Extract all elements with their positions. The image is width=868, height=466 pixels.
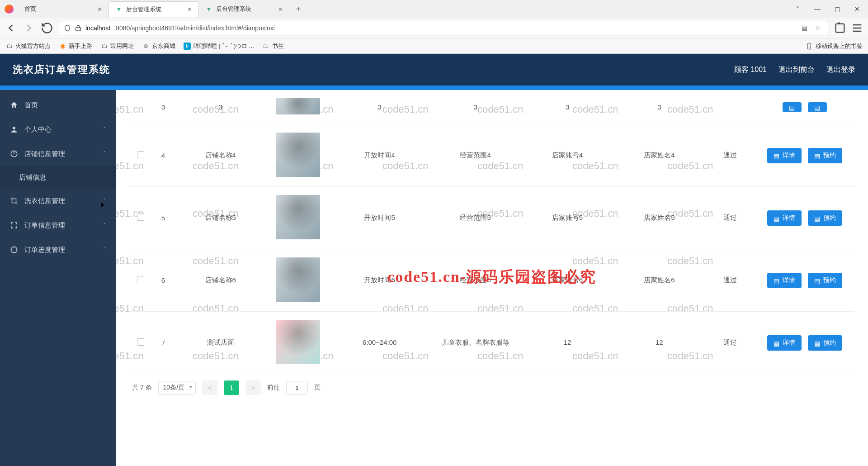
doc-icon: ▤	[774, 340, 780, 346]
firefox-icon: ◉	[59, 43, 66, 50]
app-title: 洗衣店订单管理系统	[13, 63, 110, 76]
target-icon	[10, 246, 18, 254]
lock-icon	[75, 24, 82, 32]
bilibili-icon: b	[184, 43, 191, 50]
doc-icon: ▤	[814, 277, 821, 284]
table-row: 7 测试店面 6:00~24:00 儿童衣服、名牌衣服等 12 12 通过 ▤详…	[129, 312, 854, 374]
sidebar-item-label: 订单进度管理	[24, 246, 65, 254]
row-checkbox[interactable]	[137, 151, 144, 158]
mobile-icon	[806, 43, 813, 50]
menu-icon[interactable]	[851, 22, 863, 34]
star-icon[interactable]: ☆	[815, 24, 823, 32]
exit-to-front-button[interactable]: 退出到前台	[778, 65, 815, 75]
power-icon	[10, 150, 18, 158]
bookmark-item[interactable]: b哔哩哔哩 ( ﾟ- ﾟ)つロ ...	[184, 42, 254, 50]
chevron-down-icon[interactable]: ˅	[793, 5, 802, 14]
logout-button[interactable]: 退出登录	[826, 65, 855, 75]
sidebar-item-profile[interactable]: 个人中心 ˅	[0, 117, 116, 142]
vue-icon: ▼	[205, 5, 212, 13]
reserve-button[interactable]: ▤预约	[808, 335, 842, 351]
extensions-icon[interactable]	[834, 22, 846, 34]
svg-point-3	[13, 127, 15, 129]
address-bar: localhost:8080/springboot4691l/admin/dis…	[0, 18, 868, 38]
shield-icon	[64, 24, 71, 32]
crop-icon	[10, 197, 18, 205]
reserve-button[interactable]: ▤	[808, 102, 827, 112]
maximize-icon[interactable]: ▢	[833, 5, 842, 14]
bookmark-item[interactable]: 🗀常用网址	[100, 42, 134, 50]
tab-label: 后台管理系统	[216, 5, 251, 13]
shop-image	[276, 257, 320, 302]
svg-rect-1	[836, 24, 844, 33]
next-page-button[interactable]: >	[245, 380, 261, 395]
qr-icon[interactable]: ▦	[802, 24, 810, 32]
prev-page-button[interactable]: <	[202, 380, 217, 395]
reserve-button[interactable]: ▤预约	[808, 210, 842, 226]
minimize-icon[interactable]: —	[813, 5, 822, 14]
bookmark-item[interactable]: 🗀火狐官方站点	[5, 42, 51, 50]
row-checkbox[interactable]	[137, 214, 144, 221]
sidebar-item-home[interactable]: 首页	[0, 93, 116, 117]
detail-button[interactable]: ▤详情	[767, 210, 802, 226]
pagination: 共 7 条 10条/页 < 1 > 前往 页	[129, 374, 854, 398]
row-checkbox[interactable]	[137, 276, 144, 283]
content-area: code51.cn code51.cn code51.cn code51.cn …	[116, 90, 868, 466]
sidebar-item-shop-info[interactable]: 店铺信息管理 ˄	[0, 142, 116, 166]
sidebar-item-order-info[interactable]: 订单信息管理 ˅	[0, 213, 116, 238]
sidebar-item-order-progress[interactable]: 订单进度管理 ˅	[0, 238, 116, 262]
detail-button[interactable]: ▤详情	[767, 335, 802, 351]
detail-button[interactable]: ▤	[783, 102, 802, 112]
shop-image	[276, 133, 320, 177]
chevron-down-icon: ˅	[103, 222, 106, 228]
user-icon	[10, 125, 18, 133]
shop-image	[276, 195, 320, 239]
home-icon	[10, 101, 18, 109]
shop-image	[276, 98, 320, 114]
browser-tab[interactable]: ▼ 后台管理系统 ✕	[199, 1, 289, 17]
table-row: 6 店铺名称6 开放时间6 经营范围6 店家账号6 店家姓名6 通过 ▤详情 ▤…	[129, 249, 854, 312]
bookmark-item[interactable]: ⊕京东商城	[142, 42, 175, 50]
page-size-select[interactable]: 10条/页	[158, 381, 196, 395]
sidebar-item-label: 洗衣信息管理	[24, 197, 65, 205]
sidebar-item-label: 店铺信息	[19, 173, 46, 182]
chevron-down-icon: ˅	[103, 126, 106, 133]
page-number[interactable]: 1	[224, 380, 239, 395]
svg-rect-0	[76, 28, 81, 31]
chevron-up-icon: ˄	[103, 151, 106, 157]
close-icon[interactable]: ✕	[853, 5, 862, 14]
bookmark-item[interactable]: 🗀书生	[262, 42, 284, 50]
doc-icon: ▤	[814, 152, 821, 159]
back-button[interactable]	[5, 22, 17, 34]
bookmark-bar: 🗀火狐官方站点 ◉新手上路 🗀常用网址 ⊕京东商城 b哔哩哔哩 ( ﾟ- ﾟ)つ…	[0, 38, 868, 53]
close-icon[interactable]: ✕	[187, 6, 192, 13]
url-input[interactable]: localhost:8080/springboot4691l/admin/dis…	[59, 21, 828, 35]
reserve-button[interactable]: ▤预约	[808, 148, 842, 163]
doc-icon: ▤	[814, 215, 821, 221]
table-row: 5 店铺名称5 开放时间5 经营范围5 店家账号5 店家姓名5 通过 ▤详情 ▤…	[129, 187, 854, 249]
sidebar-subitem-shop-info[interactable]: 店铺信息	[0, 166, 116, 189]
browser-tab[interactable]: 首页 ✕	[18, 1, 108, 17]
reload-button[interactable]	[41, 22, 53, 34]
tab-bar: 首页 ✕ ▼ 后台管理系统 ✕ ▼ 后台管理系统 ✕ + ˅ — ▢ ✕	[0, 0, 868, 18]
sidebar-item-label: 首页	[24, 101, 38, 109]
doc-icon: ▤	[814, 104, 821, 110]
close-icon[interactable]: ✕	[278, 6, 283, 13]
pager-total: 共 7 条	[132, 384, 152, 392]
tab-label: 首页	[24, 5, 36, 13]
row-checkbox[interactable]	[137, 338, 144, 346]
browser-tab[interactable]: ▼ 后台管理系统 ✕	[108, 1, 199, 17]
new-tab-button[interactable]: +	[292, 3, 305, 15]
mobile-bookmarks-link[interactable]: 移动设备上的书签	[816, 42, 863, 50]
bookmark-item[interactable]: ◉新手上路	[59, 42, 92, 50]
doc-icon: ▤	[774, 215, 780, 221]
goto-page-input[interactable]	[286, 381, 308, 395]
accent-strip	[0, 86, 868, 90]
forward-button[interactable]	[23, 22, 35, 34]
current-user[interactable]: 顾客 1001	[734, 65, 767, 75]
sidebar-item-laundry-info[interactable]: 洗衣信息管理 ˅	[0, 189, 116, 213]
detail-button[interactable]: ▤详情	[767, 273, 802, 288]
detail-button[interactable]: ▤详情	[767, 148, 802, 163]
close-icon[interactable]: ✕	[97, 6, 102, 13]
reserve-button[interactable]: ▤预约	[808, 273, 842, 288]
sidebar-item-label: 个人中心	[24, 125, 52, 134]
